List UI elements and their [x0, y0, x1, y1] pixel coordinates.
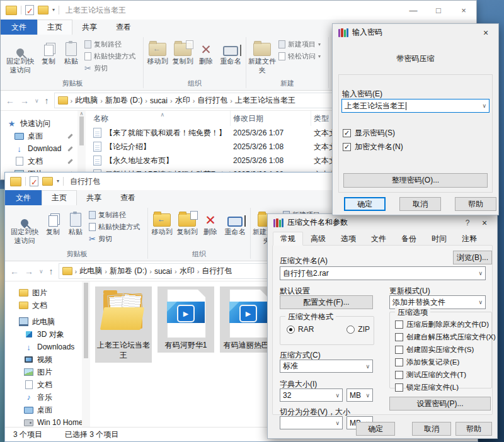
- organize-passwords-button[interactable]: 整理密码(O)...: [343, 173, 488, 188]
- forward-button[interactable]: →: [25, 266, 33, 276]
- paste-shortcut-button[interactable]: 粘贴快捷方式: [84, 52, 140, 61]
- close-icon[interactable]: ×: [479, 28, 493, 38]
- pin-to-quick-access-button[interactable]: 固定到快速访问: [8, 206, 42, 246]
- breadcrumb-item[interactable]: 自行打包: [197, 95, 227, 106]
- chevron-down-icon[interactable]: ▾: [52, 8, 55, 13]
- scrollbar-thumb[interactable]: [79, 116, 84, 145]
- breadcrumb-item[interactable]: 新加卷 (D:): [110, 266, 147, 276]
- tab-time[interactable]: 时间: [424, 232, 454, 246]
- breadcrumb-item[interactable]: 新加卷 (D:): [105, 95, 142, 106]
- paste-button[interactable]: 粘贴: [60, 35, 83, 66]
- cut-button[interactable]: ✂剪切: [84, 64, 140, 73]
- cut-button[interactable]: ✂剪切: [89, 234, 144, 244]
- easy-access-button[interactable]: 轻松访问▾: [278, 52, 325, 61]
- breadcrumb-item[interactable]: 上老王论坛当老王: [235, 95, 295, 106]
- breadcrumb-item[interactable]: 水印: [175, 95, 190, 106]
- dialog-titlebar[interactable]: 压缩文件名和参数 ? ×: [268, 214, 497, 231]
- chevron-down-icon[interactable]: ▾: [57, 179, 59, 184]
- combo-arrow-icon[interactable]: ∨: [365, 392, 370, 399]
- option-recovery-record-checkbox[interactable]: 添加恢复记录(E): [395, 358, 496, 367]
- combo-arrow-icon[interactable]: ∨: [482, 103, 486, 109]
- folder-icon[interactable]: [42, 177, 53, 186]
- folder-icon[interactable]: [38, 6, 49, 14]
- back-button[interactable]: ←: [6, 96, 14, 106]
- profiles-button[interactable]: 配置文件(F)...: [280, 295, 373, 309]
- browse-button[interactable]: 浏览(B)...: [453, 251, 492, 264]
- set-password-button[interactable]: 设置密码(P)...: [389, 397, 491, 411]
- help-icon[interactable]: ?: [461, 218, 474, 227]
- copy-path-button[interactable]: 复制路径: [89, 210, 144, 220]
- tab-file[interactable]: 文件: [5, 190, 42, 205]
- maximize-button[interactable]: □: [426, 1, 451, 20]
- tab-comment[interactable]: 注释: [454, 232, 484, 246]
- format-rar-radio[interactable]: RAR: [287, 325, 314, 334]
- tab-advanced[interactable]: 高级: [303, 232, 333, 246]
- rename-button[interactable]: 重命名: [221, 206, 249, 237]
- copy-path-button[interactable]: 复制路径: [84, 40, 140, 49]
- folder-item-selected[interactable]: 上老王论坛当老王: [95, 286, 152, 363]
- sidebar-item-music[interactable]: ♪音乐: [5, 391, 82, 404]
- up-button[interactable]: ↑: [49, 266, 54, 276]
- new-item-button[interactable]: 新建项目▾: [278, 40, 325, 49]
- sidebar-item-pictures-qa[interactable]: 图片: [5, 286, 82, 299]
- tab-files[interactable]: 文件: [364, 232, 394, 246]
- tab-file[interactable]: 文件: [1, 20, 37, 35]
- recent-locations-dropdown[interactable]: ∨: [35, 98, 39, 104]
- combo-arrow-icon[interactable]: ∨: [335, 392, 340, 399]
- video-item-selected[interactable]: ▶ 有码河野华1: [158, 286, 214, 353]
- sidebar-item-documents[interactable]: 文档: [1, 155, 77, 167]
- sidebar-item-desktop[interactable]: 桌面: [5, 404, 82, 416]
- combo-arrow-icon[interactable]: ∨: [478, 270, 483, 276]
- cancel-button[interactable]: 取消: [399, 197, 441, 211]
- column-header-name[interactable]: ∧名称: [91, 111, 231, 126]
- properties-check-icon[interactable]: ✓: [30, 176, 38, 186]
- sidebar-item-downloads[interactable]: ↓Downloads: [5, 341, 82, 353]
- close-button[interactable]: ×: [451, 1, 476, 20]
- format-zip-radio[interactable]: ZIP: [346, 325, 370, 334]
- pin-to-quick-access-button[interactable]: 固定到快速访问: [3, 35, 37, 75]
- move-to-button[interactable]: ← 移动到: [149, 206, 175, 237]
- paste-shortcut-button[interactable]: 粘贴快捷方式: [89, 222, 144, 232]
- option-solid-checkbox[interactable]: 创建固实压缩文件(S): [395, 345, 496, 354]
- help-button[interactable]: 帮助: [455, 422, 492, 436]
- cancel-button[interactable]: 取消: [412, 422, 451, 436]
- back-button[interactable]: ←: [10, 266, 19, 276]
- split-volumes-combobox[interactable]: ∨: [280, 416, 343, 429]
- dictionary-unit-combobox[interactable]: MB ∨: [346, 388, 373, 402]
- tab-view[interactable]: 查看: [111, 190, 145, 205]
- archive-name-combobox[interactable]: 自行打包2.rar ∨: [280, 266, 486, 280]
- sidebar-item-quick-access[interactable]: ★快速访问: [1, 117, 77, 130]
- tab-home[interactable]: 主页: [37, 20, 72, 35]
- close-icon[interactable]: ×: [478, 218, 491, 228]
- sidebar-item-pictures[interactable]: 图片: [5, 366, 82, 378]
- tab-view[interactable]: 查看: [106, 20, 140, 35]
- copy-to-button[interactable]: 复制到: [170, 35, 195, 66]
- sidebar-item-download[interactable]: ↓Download: [1, 142, 77, 155]
- tab-share[interactable]: 共享: [77, 190, 111, 205]
- option-delete-files-checkbox[interactable]: 压缩后删除原来的文件(D): [395, 320, 496, 329]
- new-folder-button[interactable]: 新建文件夹: [248, 35, 277, 75]
- sidebar-item-videos[interactable]: 视频: [5, 353, 82, 366]
- copy-button[interactable]: 复制: [37, 35, 60, 66]
- sidebar-item-documents[interactable]: 文档: [5, 378, 82, 391]
- column-header-date[interactable]: 修改日期: [231, 111, 311, 126]
- breadcrumb-item[interactable]: 自行打包: [202, 266, 232, 276]
- breadcrumb-item[interactable]: sucai: [154, 267, 172, 276]
- sidebar-item-desktop[interactable]: 桌面: [1, 130, 77, 142]
- scroll-up-arrow[interactable]: ∧: [80, 111, 84, 116]
- properties-check-icon[interactable]: ✓: [25, 5, 34, 15]
- ok-button[interactable]: 确定: [344, 197, 386, 211]
- tab-home[interactable]: 主页: [42, 190, 77, 205]
- sidebar-item-3d-objects[interactable]: 3D 对象: [5, 328, 82, 341]
- minimize-button[interactable]: —: [401, 1, 426, 20]
- breadcrumb-item[interactable]: 此电脑: [75, 95, 98, 106]
- password-input-combobox[interactable]: 上老王论坛当老王 ∨: [341, 99, 490, 113]
- encrypt-filenames-checkbox[interactable]: ✓ 加密文件名(N): [343, 142, 403, 152]
- sidebar-scrollbar[interactable]: ∨: [82, 281, 90, 438]
- dialog-titlebar[interactable]: 输入密码 ×: [333, 24, 498, 41]
- dictionary-size-combobox[interactable]: 32 ∨: [280, 388, 343, 402]
- scrollbar-thumb[interactable]: [84, 283, 88, 358]
- move-to-button[interactable]: ← 移动到: [145, 35, 170, 66]
- breadcrumb-item[interactable]: 水印: [180, 266, 195, 276]
- tab-options[interactable]: 选项: [333, 232, 364, 246]
